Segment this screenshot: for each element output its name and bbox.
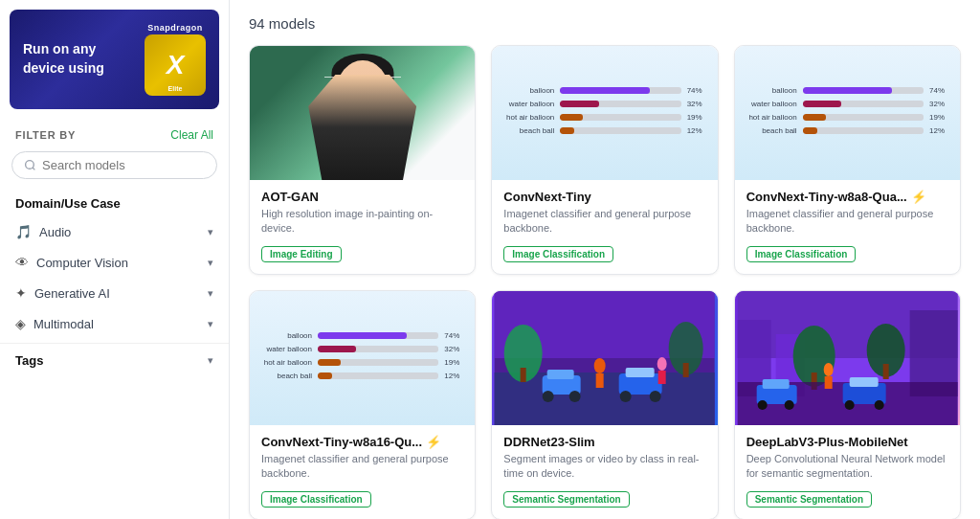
- filter-label: FILTER BY: [15, 129, 76, 141]
- model-name: ConvNext-Tiny-w8a16-Qu...: [261, 435, 422, 449]
- chevron-down-icon: ▾: [208, 226, 213, 238]
- svg-rect-14: [626, 368, 655, 377]
- audio-icon: 🎵: [15, 224, 32, 239]
- city-scene-svg: [735, 291, 960, 425]
- sidebar-item-computer-vision[interactable]: 👁 Computer Vision ▾: [0, 247, 229, 278]
- classification-chart-3: balloon 74% water balloon 32% hot air ba…: [259, 331, 465, 385]
- multimodal-icon: ◈: [15, 316, 26, 331]
- svg-rect-29: [882, 364, 888, 379]
- svg-point-33: [757, 400, 767, 410]
- model-card-image-convnext-w8a8: balloon 74% water balloon 32% hot air ba…: [735, 46, 960, 180]
- tags-label: Tags: [15, 353, 43, 368]
- domain-section-title: Domain/Use Case: [0, 189, 229, 216]
- model-tag: Image Classification: [261, 491, 371, 508]
- model-tag: Semantic Segmentation: [503, 491, 629, 508]
- models-grid: AOT-GAN High resolution image in-paintin…: [249, 45, 961, 519]
- model-desc: High resolution image in-painting on-dev…: [261, 207, 463, 237]
- svg-rect-20: [658, 371, 666, 384]
- lightning-icon: ⚡: [911, 190, 926, 204]
- model-card-aot-gan[interactable]: AOT-GAN High resolution image in-paintin…: [249, 45, 476, 275]
- svg-point-37: [844, 400, 854, 410]
- svg-rect-18: [596, 373, 604, 388]
- svg-point-19: [657, 357, 667, 371]
- model-tag: Image Classification: [746, 246, 857, 262]
- model-name: AOT-GAN: [261, 190, 319, 204]
- chevron-down-icon-tags: ▾: [208, 354, 213, 367]
- model-card-convnext-w8a8[interactable]: balloon 74% water balloon 32% hot air ba…: [734, 45, 961, 275]
- model-card-image-convnext: balloon 74% water balloon 32% hot air ba…: [492, 46, 717, 180]
- svg-point-38: [874, 400, 883, 410]
- svg-point-17: [594, 358, 606, 373]
- model-name: ConvNext-Tiny-w8a8-Qua...: [746, 190, 907, 204]
- svg-point-15: [620, 391, 632, 402]
- classification-chart: balloon 74% water balloon 32% hot air ba…: [501, 86, 707, 140]
- model-tag: Semantic Segmentation: [746, 491, 872, 508]
- chevron-down-icon-multimodal: ▾: [208, 318, 213, 330]
- sidebar: Run on any device using Snapdragon X Eli…: [0, 0, 230, 519]
- chip-graphic: Snapdragon X Elite: [145, 23, 206, 96]
- search-icon: [24, 159, 36, 171]
- svg-point-34: [784, 400, 793, 410]
- sidebar-item-label-cv: Computer Vision: [36, 256, 128, 270]
- model-card-image-aot-gan: [250, 46, 475, 180]
- model-name: DeepLabV3-Plus-MobileNet: [746, 435, 908, 449]
- sidebar-item-audio[interactable]: 🎵 Audio ▾: [0, 216, 229, 247]
- model-card-deeplab[interactable]: DeepLabV3-Plus-MobileNet Deep Convolutio…: [734, 290, 961, 519]
- model-desc: Imagenet classifier and general purpose …: [503, 207, 705, 237]
- svg-rect-6: [521, 368, 526, 382]
- tags-section[interactable]: Tags ▾: [0, 343, 229, 377]
- model-desc: Segment images or video by class in real…: [503, 452, 705, 482]
- search-input[interactable]: [42, 158, 205, 172]
- svg-line-1: [33, 168, 34, 169]
- generative-ai-icon: ✦: [15, 285, 27, 301]
- model-desc: Deep Convolutional Neural Network model …: [746, 452, 948, 482]
- model-tag: Image Classification: [503, 246, 613, 262]
- svg-point-16: [650, 391, 661, 402]
- svg-rect-8: [683, 363, 689, 377]
- sidebar-item-generative-ai[interactable]: ✦ Generative AI ▾: [0, 278, 229, 308]
- sidebar-item-multimodal[interactable]: ◈ Multimodal ▾: [0, 308, 229, 339]
- chip-icon: X Elite: [145, 34, 206, 96]
- chevron-down-icon-cv: ▾: [208, 257, 213, 269]
- model-card-ddrnet[interactable]: DDRNet23-Slim Segment images or video by…: [491, 290, 718, 519]
- svg-point-39: [823, 363, 833, 376]
- lightning-icon-2: ⚡: [426, 435, 441, 449]
- svg-rect-32: [762, 379, 789, 389]
- search-box[interactable]: [11, 151, 217, 179]
- classification-chart-2: balloon 74% water balloon 32% hot air ba…: [745, 86, 950, 140]
- model-name: ConvNext-Tiny: [503, 190, 591, 204]
- model-card-convnext-w8a16[interactable]: balloon 74% water balloon 32% hot air ba…: [249, 290, 476, 519]
- promo-banner[interactable]: Run on any device using Snapdragon X Eli…: [10, 10, 219, 109]
- sidebar-item-label-audio: Audio: [39, 225, 71, 239]
- clear-all-button[interactable]: Clear All: [170, 128, 213, 142]
- chevron-down-icon-genai: ▾: [208, 287, 213, 300]
- main-content: 94 models AOT-GAN High resolution image …: [230, 0, 980, 519]
- svg-rect-10: [547, 370, 574, 379]
- model-desc: Imagenet classifier and general purpose …: [746, 207, 948, 237]
- svg-point-12: [569, 391, 581, 402]
- model-card-image-ddrnet: [492, 291, 717, 425]
- model-name: DDRNet23-Slim: [503, 435, 594, 449]
- model-tag: Image Editing: [261, 246, 342, 262]
- model-desc: Imagenet classifier and general purpose …: [261, 452, 463, 482]
- street-scene-svg: [492, 291, 717, 425]
- model-card-convnext-tiny[interactable]: balloon 74% water balloon 32% hot air ba…: [491, 45, 718, 275]
- banner-text: Run on any device using: [23, 40, 104, 78]
- svg-rect-40: [824, 376, 832, 389]
- sidebar-item-label-multimodal: Multimodal: [33, 317, 94, 331]
- filter-by-row: FILTER BY Clear All: [0, 119, 229, 147]
- eye-icon: 👁: [15, 255, 29, 270]
- svg-point-11: [543, 391, 554, 402]
- model-card-image-deeplab: [735, 291, 960, 425]
- snapdragon-label: Snapdragon: [147, 23, 203, 33]
- model-card-image-convnext-w8a16: balloon 74% water balloon 32% hot air ba…: [250, 291, 475, 425]
- sidebar-item-label-genai: Generative AI: [34, 286, 110, 301]
- models-count: 94 models: [249, 15, 961, 32]
- svg-point-0: [26, 161, 34, 169]
- svg-rect-36: [849, 377, 878, 387]
